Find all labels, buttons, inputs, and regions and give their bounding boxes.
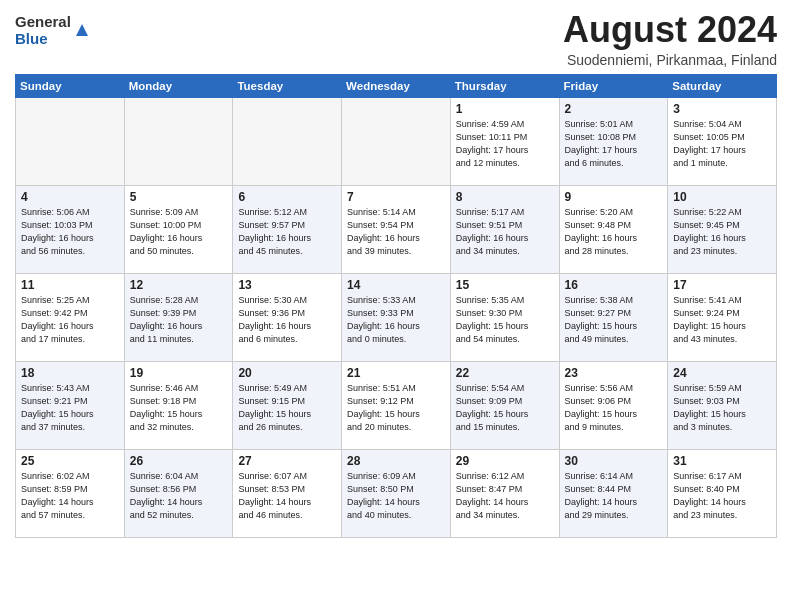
calendar-cell: 4Sunrise: 5:06 AM Sunset: 10:03 PM Dayli… xyxy=(16,185,125,273)
day-info: Sunrise: 6:02 AM Sunset: 8:59 PM Dayligh… xyxy=(21,470,119,522)
day-info: Sunrise: 5:43 AM Sunset: 9:21 PM Dayligh… xyxy=(21,382,119,434)
day-info: Sunrise: 5:35 AM Sunset: 9:30 PM Dayligh… xyxy=(456,294,554,346)
calendar-cell xyxy=(124,97,233,185)
logo-icon xyxy=(73,21,91,39)
day-number: 8 xyxy=(456,190,554,204)
calendar-cell: 15Sunrise: 5:35 AM Sunset: 9:30 PM Dayli… xyxy=(450,273,559,361)
day-number: 26 xyxy=(130,454,228,468)
day-number: 13 xyxy=(238,278,336,292)
weekday-header-tuesday: Tuesday xyxy=(233,74,342,97)
day-number: 23 xyxy=(565,366,663,380)
weekday-header-sunday: Sunday xyxy=(16,74,125,97)
calendar-cell: 22Sunrise: 5:54 AM Sunset: 9:09 PM Dayli… xyxy=(450,361,559,449)
calendar-cell: 21Sunrise: 5:51 AM Sunset: 9:12 PM Dayli… xyxy=(342,361,451,449)
day-number: 19 xyxy=(130,366,228,380)
day-info: Sunrise: 6:09 AM Sunset: 8:50 PM Dayligh… xyxy=(347,470,445,522)
calendar-cell: 17Sunrise: 5:41 AM Sunset: 9:24 PM Dayli… xyxy=(668,273,777,361)
day-info: Sunrise: 5:01 AM Sunset: 10:08 PM Daylig… xyxy=(565,118,663,170)
day-number: 3 xyxy=(673,102,771,116)
day-number: 28 xyxy=(347,454,445,468)
calendar-cell: 16Sunrise: 5:38 AM Sunset: 9:27 PM Dayli… xyxy=(559,273,668,361)
week-row-2: 4Sunrise: 5:06 AM Sunset: 10:03 PM Dayli… xyxy=(16,185,777,273)
weekday-header-row: SundayMondayTuesdayWednesdayThursdayFrid… xyxy=(16,74,777,97)
day-number: 4 xyxy=(21,190,119,204)
calendar-cell xyxy=(342,97,451,185)
calendar-cell: 23Sunrise: 5:56 AM Sunset: 9:06 PM Dayli… xyxy=(559,361,668,449)
day-number: 24 xyxy=(673,366,771,380)
day-number: 9 xyxy=(565,190,663,204)
calendar-cell: 3Sunrise: 5:04 AM Sunset: 10:05 PM Dayli… xyxy=(668,97,777,185)
day-info: Sunrise: 5:17 AM Sunset: 9:51 PM Dayligh… xyxy=(456,206,554,258)
day-number: 7 xyxy=(347,190,445,204)
calendar-cell xyxy=(16,97,125,185)
day-info: Sunrise: 5:04 AM Sunset: 10:05 PM Daylig… xyxy=(673,118,771,170)
weekday-header-thursday: Thursday xyxy=(450,74,559,97)
calendar-cell: 8Sunrise: 5:17 AM Sunset: 9:51 PM Daylig… xyxy=(450,185,559,273)
day-info: Sunrise: 5:28 AM Sunset: 9:39 PM Dayligh… xyxy=(130,294,228,346)
logo-blue-text: Blue xyxy=(15,31,71,48)
day-number: 1 xyxy=(456,102,554,116)
day-info: Sunrise: 5:56 AM Sunset: 9:06 PM Dayligh… xyxy=(565,382,663,434)
day-number: 30 xyxy=(565,454,663,468)
day-number: 10 xyxy=(673,190,771,204)
day-info: Sunrise: 5:06 AM Sunset: 10:03 PM Daylig… xyxy=(21,206,119,258)
title-block: August 2024 Suodenniemi, Pirkanmaa, Finl… xyxy=(563,10,777,68)
day-number: 5 xyxy=(130,190,228,204)
day-number: 2 xyxy=(565,102,663,116)
calendar-cell: 18Sunrise: 5:43 AM Sunset: 9:21 PM Dayli… xyxy=(16,361,125,449)
calendar-cell: 12Sunrise: 5:28 AM Sunset: 9:39 PM Dayli… xyxy=(124,273,233,361)
day-info: Sunrise: 5:59 AM Sunset: 9:03 PM Dayligh… xyxy=(673,382,771,434)
day-number: 16 xyxy=(565,278,663,292)
calendar-cell: 31Sunrise: 6:17 AM Sunset: 8:40 PM Dayli… xyxy=(668,449,777,537)
day-info: Sunrise: 4:59 AM Sunset: 10:11 PM Daylig… xyxy=(456,118,554,170)
day-info: Sunrise: 5:09 AM Sunset: 10:00 PM Daylig… xyxy=(130,206,228,258)
calendar-cell: 19Sunrise: 5:46 AM Sunset: 9:18 PM Dayli… xyxy=(124,361,233,449)
calendar-cell: 28Sunrise: 6:09 AM Sunset: 8:50 PM Dayli… xyxy=(342,449,451,537)
calendar-table: SundayMondayTuesdayWednesdayThursdayFrid… xyxy=(15,74,777,538)
day-number: 31 xyxy=(673,454,771,468)
day-number: 20 xyxy=(238,366,336,380)
calendar-cell: 25Sunrise: 6:02 AM Sunset: 8:59 PM Dayli… xyxy=(16,449,125,537)
calendar-cell: 1Sunrise: 4:59 AM Sunset: 10:11 PM Dayli… xyxy=(450,97,559,185)
calendar-cell: 27Sunrise: 6:07 AM Sunset: 8:53 PM Dayli… xyxy=(233,449,342,537)
day-info: Sunrise: 5:14 AM Sunset: 9:54 PM Dayligh… xyxy=(347,206,445,258)
calendar-cell: 13Sunrise: 5:30 AM Sunset: 9:36 PM Dayli… xyxy=(233,273,342,361)
calendar-cell: 30Sunrise: 6:14 AM Sunset: 8:44 PM Dayli… xyxy=(559,449,668,537)
calendar-cell: 10Sunrise: 5:22 AM Sunset: 9:45 PM Dayli… xyxy=(668,185,777,273)
day-info: Sunrise: 5:30 AM Sunset: 9:36 PM Dayligh… xyxy=(238,294,336,346)
calendar-cell: 29Sunrise: 6:12 AM Sunset: 8:47 PM Dayli… xyxy=(450,449,559,537)
weekday-header-saturday: Saturday xyxy=(668,74,777,97)
day-info: Sunrise: 5:46 AM Sunset: 9:18 PM Dayligh… xyxy=(130,382,228,434)
day-number: 6 xyxy=(238,190,336,204)
day-info: Sunrise: 6:14 AM Sunset: 8:44 PM Dayligh… xyxy=(565,470,663,522)
day-info: Sunrise: 6:07 AM Sunset: 8:53 PM Dayligh… xyxy=(238,470,336,522)
week-row-3: 11Sunrise: 5:25 AM Sunset: 9:42 PM Dayli… xyxy=(16,273,777,361)
day-number: 27 xyxy=(238,454,336,468)
page-header: General Blue August 2024 Suodenniemi, Pi… xyxy=(15,10,777,68)
day-info: Sunrise: 6:04 AM Sunset: 8:56 PM Dayligh… xyxy=(130,470,228,522)
day-number: 17 xyxy=(673,278,771,292)
logo-general-text: General xyxy=(15,14,71,31)
day-number: 21 xyxy=(347,366,445,380)
calendar-cell: 14Sunrise: 5:33 AM Sunset: 9:33 PM Dayli… xyxy=(342,273,451,361)
day-info: Sunrise: 6:12 AM Sunset: 8:47 PM Dayligh… xyxy=(456,470,554,522)
week-row-4: 18Sunrise: 5:43 AM Sunset: 9:21 PM Dayli… xyxy=(16,361,777,449)
week-row-5: 25Sunrise: 6:02 AM Sunset: 8:59 PM Dayli… xyxy=(16,449,777,537)
day-number: 15 xyxy=(456,278,554,292)
day-info: Sunrise: 5:20 AM Sunset: 9:48 PM Dayligh… xyxy=(565,206,663,258)
day-info: Sunrise: 5:51 AM Sunset: 9:12 PM Dayligh… xyxy=(347,382,445,434)
day-info: Sunrise: 5:25 AM Sunset: 9:42 PM Dayligh… xyxy=(21,294,119,346)
day-info: Sunrise: 5:54 AM Sunset: 9:09 PM Dayligh… xyxy=(456,382,554,434)
day-number: 11 xyxy=(21,278,119,292)
day-info: Sunrise: 5:33 AM Sunset: 9:33 PM Dayligh… xyxy=(347,294,445,346)
day-number: 12 xyxy=(130,278,228,292)
calendar-cell: 6Sunrise: 5:12 AM Sunset: 9:57 PM Daylig… xyxy=(233,185,342,273)
calendar-cell xyxy=(233,97,342,185)
calendar-subtitle: Suodenniemi, Pirkanmaa, Finland xyxy=(563,52,777,68)
calendar-cell: 11Sunrise: 5:25 AM Sunset: 9:42 PM Dayli… xyxy=(16,273,125,361)
day-number: 14 xyxy=(347,278,445,292)
weekday-header-friday: Friday xyxy=(559,74,668,97)
calendar-cell: 5Sunrise: 5:09 AM Sunset: 10:00 PM Dayli… xyxy=(124,185,233,273)
day-info: Sunrise: 5:41 AM Sunset: 9:24 PM Dayligh… xyxy=(673,294,771,346)
calendar-cell: 2Sunrise: 5:01 AM Sunset: 10:08 PM Dayli… xyxy=(559,97,668,185)
